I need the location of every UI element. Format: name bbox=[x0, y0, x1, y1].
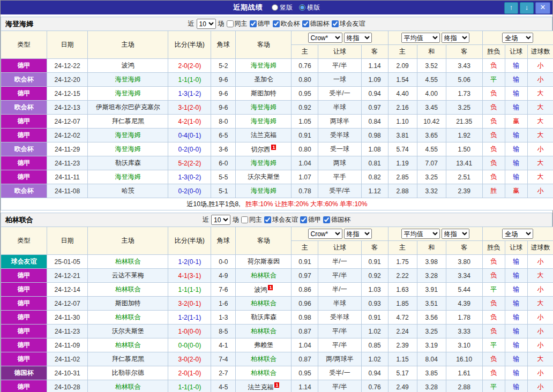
horizontal-radio[interactable] bbox=[299, 4, 305, 11]
match-score[interactable]: 1-1(1-0) bbox=[168, 380, 211, 392]
home-team[interactable]: 伊斯坦布尔巴萨克塞尔 bbox=[88, 101, 168, 115]
home-team[interactable]: 比勒菲尔德 bbox=[88, 366, 168, 380]
match-score[interactable]: 4-2(1-0) bbox=[168, 115, 211, 129]
asian-final-select[interactable]: 终指 bbox=[344, 229, 372, 239]
away-team[interactable]: 切尔西1 bbox=[236, 142, 292, 156]
match-score[interactable]: 1-2(0-1) bbox=[168, 255, 211, 269]
match-score[interactable]: 5-2(2-2) bbox=[168, 156, 211, 170]
away-team[interactable]: 波鸿1 bbox=[236, 283, 292, 297]
home-team[interactable]: 柏林联合 bbox=[88, 338, 168, 352]
sub-asian-away: 客 bbox=[361, 45, 388, 59]
away-team[interactable]: 柏林联合 bbox=[236, 366, 292, 380]
away-team[interactable]: 柏林联合 bbox=[236, 325, 292, 338]
league-checkbox[interactable] bbox=[264, 216, 271, 223]
home-team[interactable]: 云达不莱梅 bbox=[88, 269, 168, 283]
home-team[interactable]: 海登海姆 bbox=[88, 87, 168, 101]
close-button[interactable]: ✕ bbox=[535, 2, 550, 14]
away-team[interactable]: 法兰克福 bbox=[236, 129, 292, 142]
euro-home-odds: 1.10 bbox=[388, 115, 417, 129]
league-checkbox[interactable] bbox=[250, 20, 257, 27]
home-team[interactable]: 沃尔夫斯堡 bbox=[88, 325, 168, 338]
league-filter[interactable]: 球会友谊 bbox=[332, 19, 365, 28]
result-handicap: 输 bbox=[505, 101, 527, 115]
league-filter[interactable]: 德甲 bbox=[250, 19, 271, 28]
home-team[interactable]: 海登海姆 bbox=[88, 142, 168, 156]
match-score[interactable]: 0-0(0-0) bbox=[168, 338, 211, 352]
fulltime-select[interactable]: 全场 bbox=[502, 229, 533, 239]
home-team[interactable]: 海登海姆 bbox=[88, 73, 168, 87]
same-home-checkbox[interactable] bbox=[227, 20, 234, 27]
home-team[interactable]: 拜仁慕尼黑 bbox=[88, 115, 168, 129]
match-score[interactable]: 1-3(1-2) bbox=[168, 87, 211, 101]
home-team[interactable]: 斯图加特 bbox=[88, 297, 168, 311]
away-team[interactable]: 海登海姆 bbox=[236, 59, 292, 73]
match-score[interactable]: 1-1(1-1) bbox=[168, 283, 211, 297]
match-score[interactable]: 0-2(0-0) bbox=[168, 142, 211, 156]
away-team[interactable]: 柏林联合 bbox=[236, 352, 292, 366]
bookmaker-select[interactable]: Crow* bbox=[308, 33, 342, 43]
league-checkbox[interactable] bbox=[323, 216, 330, 223]
league-checkbox[interactable] bbox=[302, 20, 309, 27]
away-team[interactable]: 沃尔夫斯堡 bbox=[236, 170, 292, 184]
match-score[interactable]: 3-0(2-0) bbox=[168, 352, 211, 366]
away-team[interactable]: 勒沃库森 bbox=[236, 311, 292, 325]
home-team[interactable]: 柏林联合 bbox=[88, 311, 168, 325]
league-filter[interactable]: 德甲 bbox=[300, 215, 321, 224]
match-score[interactable]: 2-0(2-0) bbox=[168, 59, 211, 73]
match-score[interactable]: 1-0(0-0) bbox=[168, 325, 211, 338]
away-team[interactable]: 法兰克福1 bbox=[236, 380, 292, 392]
same-home-filter[interactable]: 同主 bbox=[227, 19, 248, 28]
bookmaker-select[interactable]: Crow* bbox=[308, 229, 342, 239]
match-score[interactable]: 1-3(0-2) bbox=[168, 170, 211, 184]
euro-final-select[interactable]: 终指 bbox=[442, 33, 469, 43]
league-filter[interactable]: 德国杯 bbox=[323, 215, 350, 224]
away-team[interactable]: 海登海姆 bbox=[236, 101, 292, 115]
home-team[interactable]: 勒沃库森 bbox=[88, 156, 168, 170]
rounds-select[interactable]: 10 bbox=[197, 19, 216, 29]
layout-horizontal-option[interactable]: 横版 bbox=[299, 3, 320, 12]
same-home-checkbox[interactable] bbox=[241, 216, 248, 223]
league-filter[interactable]: 欧会杯 bbox=[273, 19, 300, 28]
match-score[interactable]: 0-4(0-1) bbox=[168, 129, 211, 142]
away-team[interactable]: 斯图加特 bbox=[236, 87, 292, 101]
league-checkbox[interactable] bbox=[300, 216, 307, 223]
match-score[interactable]: 0-2(0-0) bbox=[168, 184, 211, 198]
away-team[interactable]: 荷尔斯泰因 bbox=[236, 255, 292, 269]
rounds-select[interactable]: 10 bbox=[211, 215, 230, 225]
asian-final-select[interactable]: 终指 bbox=[344, 33, 372, 43]
fulltime-select[interactable]: 全场 bbox=[502, 33, 533, 43]
average-select[interactable]: 平均值 bbox=[401, 33, 440, 43]
same-home-filter[interactable]: 同主 bbox=[241, 215, 262, 224]
away-team[interactable]: 海登海姆 bbox=[236, 156, 292, 170]
layout-vertical-option[interactable]: 竖版 bbox=[272, 3, 293, 12]
match-score[interactable]: 2-0(1-0) bbox=[168, 366, 211, 380]
league-checkbox[interactable] bbox=[273, 20, 280, 27]
league-filter[interactable]: 德国杯 bbox=[302, 19, 330, 28]
away-team[interactable]: 柏林联合 bbox=[236, 269, 292, 283]
away-team[interactable]: 海登海姆 bbox=[236, 184, 292, 198]
away-team[interactable]: 海登海姆 bbox=[236, 115, 292, 129]
euro-final-select[interactable]: 终指 bbox=[442, 229, 469, 239]
home-team[interactable]: 海登海姆 bbox=[88, 129, 168, 142]
vertical-radio[interactable] bbox=[272, 4, 278, 11]
home-team[interactable]: 柏林联合 bbox=[88, 255, 168, 269]
match-score[interactable]: 1-2(1-1) bbox=[168, 311, 211, 325]
match-score[interactable]: 3-1(2-0) bbox=[168, 101, 211, 115]
move-up-button[interactable]: ↑ bbox=[504, 2, 518, 14]
home-team[interactable]: 柏林联合 bbox=[88, 283, 168, 297]
home-team[interactable]: 哈茨 bbox=[88, 184, 168, 198]
home-team[interactable]: 波鸿 bbox=[88, 59, 168, 73]
move-down-button[interactable]: ↓ bbox=[520, 2, 534, 14]
match-score[interactable]: 1-1(1-0) bbox=[168, 73, 211, 87]
away-team[interactable]: 弗赖堡 bbox=[236, 338, 292, 352]
away-team[interactable]: 圣加仑 bbox=[236, 73, 292, 87]
home-team[interactable]: 柏林联合 bbox=[88, 380, 168, 392]
home-team[interactable]: 拜仁慕尼黑 bbox=[88, 352, 168, 366]
match-score[interactable]: 3-2(0-1) bbox=[168, 297, 211, 311]
match-score[interactable]: 4-1(3-1) bbox=[168, 269, 211, 283]
league-filter[interactable]: 球会友谊 bbox=[264, 215, 298, 224]
home-team[interactable]: 海登海姆 bbox=[88, 170, 168, 184]
average-select[interactable]: 平均值 bbox=[401, 229, 440, 239]
away-team[interactable]: 柏林联合 bbox=[236, 297, 292, 311]
league-checkbox[interactable] bbox=[332, 20, 339, 27]
